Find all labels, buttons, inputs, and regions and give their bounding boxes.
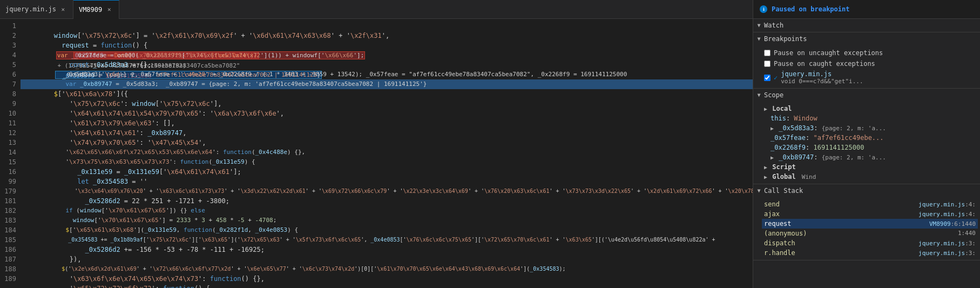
line-numbers: 1 2 3 4 5 6 7 8 9 10 11 12 13 14 15 16 9… xyxy=(0,19,21,288)
scope-5d83a3[interactable]: ▶ _0x5d83a3: {page: 2, m: 'a... xyxy=(771,123,976,133)
callstack-request[interactable]: request VM8909:6:1440 xyxy=(762,219,978,229)
jquery-bp-filename: jquery.min.js xyxy=(781,70,863,78)
paused-status: Paused on breakpoint xyxy=(772,5,850,13)
debugger-content[interactable]: ▶ Watch ▶ Breakpoints Pause on uncaught … xyxy=(753,19,980,288)
watch-header[interactable]: ▶ Watch xyxy=(753,19,980,32)
script-label: Script xyxy=(772,163,795,171)
watch-arrow: ▶ xyxy=(756,24,762,27)
local-scope-items: this: Window ▶ _0x5d83a3: {page: 2, m: '… xyxy=(764,113,976,162)
local-label: Local xyxy=(772,105,792,112)
tab-bar: jquery.min.js ✕ VM8909 ✕ xyxy=(0,0,753,19)
code-area[interactable]: 1 2 3 4 5 6 7 8 9 10 11 12 13 14 15 16 9… xyxy=(0,19,753,288)
scope-label: Scope xyxy=(764,91,783,99)
global-arrow: ▶ xyxy=(764,174,767,180)
tab-vm8909[interactable]: VM8909 ✕ xyxy=(73,0,119,19)
pause-uncaught-row[interactable]: Pause on uncaught exceptions xyxy=(764,48,976,58)
breakpoints-section: ▶ Breakpoints Pause on uncaught exceptio… xyxy=(753,32,980,89)
pause-caught-label: Pause on caught exceptions xyxy=(774,60,875,68)
scope-arrow: ▶ xyxy=(756,93,762,97)
scope-section: ▶ Scope ▶ Local this: Window ▶ _0x5d83a3… xyxy=(753,89,980,184)
global-label: Global xyxy=(772,173,795,180)
pause-caught-row[interactable]: Pause on caught exceptions xyxy=(764,58,976,69)
local-scope-header[interactable]: ▶ Local xyxy=(764,104,976,113)
callstack-label: Call Stack xyxy=(764,187,803,195)
local-arrow: ▶ xyxy=(764,106,767,112)
callstack-header[interactable]: ▶ Call Stack xyxy=(753,184,980,197)
code-line-1[interactable]: window['\x75\x72\x6c'] = '\x2f\x61\x70\x… xyxy=(21,21,753,31)
watch-label: Watch xyxy=(764,22,783,29)
scope-2268f9: _0x2268f9: 1691141125000 xyxy=(771,143,976,152)
jquery-breakpoint-info: jquery.min.js void 0===c?d&&"get"i... xyxy=(781,70,863,85)
scope-b89747-arrow: ▶ xyxy=(771,155,774,160)
pause-uncaught-label: Pause on uncaught exceptions xyxy=(774,49,883,57)
pause-icon: ℹ xyxy=(760,5,767,13)
scope-b89747[interactable]: ▶ _0xb89747: {page: 2, m: 'a... xyxy=(771,152,976,162)
global-scope-header[interactable]: ▶ Global Wind xyxy=(764,172,976,182)
code-line-7[interactable]: '\x75\x72\x6c': window['\x75\x72\x6c'], xyxy=(21,89,753,99)
scope-content: ▶ Local this: Window ▶ _0x5d83a3: {page:… xyxy=(753,102,980,184)
tab-jquery-label: jquery.min.js xyxy=(5,5,56,13)
jquery-breakpoint-file: ✓ xyxy=(774,74,778,82)
tab-jquery[interactable]: jquery.min.js ✕ xyxy=(0,0,73,19)
editor-panel: jquery.min.js ✕ VM8909 ✕ 1 2 3 4 5 6 7 8… xyxy=(0,0,753,288)
pause-uncaught-checkbox[interactable] xyxy=(764,50,771,56)
callstack-section: ▶ Call Stack send jquery.min.js:4: ajax … xyxy=(753,184,980,260)
tab-vm8909-close[interactable]: ✕ xyxy=(105,5,113,14)
scope-57feae: _0x57feae: "af7ef61cc49ebe... xyxy=(771,133,976,143)
tab-vm8909-label: VM8909 xyxy=(79,6,102,14)
pause-caught-checkbox[interactable] xyxy=(764,61,771,67)
scope-header[interactable]: ▶ Scope xyxy=(753,89,980,102)
callstack-content: send jquery.min.js:4: ajax jquery.min.js… xyxy=(753,197,980,260)
jquery-breakpoint-checkbox[interactable] xyxy=(764,75,771,81)
script-arrow: ▶ xyxy=(764,164,767,170)
callstack-anonymous[interactable]: (anonymous) 1:440 xyxy=(764,229,976,238)
code-line-186[interactable]: $('\x2e\x6d\x2d\x61\x69' + '\x72\x66\x6c… xyxy=(21,254,753,264)
scope-5d83a3-arrow: ▶ xyxy=(771,125,774,131)
callstack-arrow: ▶ xyxy=(756,189,762,192)
watch-section: ▶ Watch xyxy=(753,19,980,32)
debugger-panel: ℹ Paused on breakpoint ▶ Watch ▶ Breakpo… xyxy=(753,0,980,288)
scope-this: this: Window xyxy=(771,113,976,123)
jquery-bp-condition: void 0===c?d&&"get"i... xyxy=(781,78,863,85)
callstack-rhandle[interactable]: r.handle jquery.min.js:3: xyxy=(764,248,976,258)
tab-jquery-close[interactable]: ✕ xyxy=(59,5,67,14)
breakpoints-header[interactable]: ▶ Breakpoints xyxy=(753,32,980,45)
breakpoints-content: Pause on uncaught exceptions Pause on ca… xyxy=(753,45,980,88)
callstack-dispatch[interactable]: dispatch jquery.min.js:3: xyxy=(764,238,976,248)
callstack-ajax[interactable]: ajax jquery.min.js:4: xyxy=(764,209,976,219)
breakpoints-label: Breakpoints xyxy=(764,35,807,43)
breakpoints-arrow: ▶ xyxy=(756,37,762,41)
script-scope-header[interactable]: ▶ Script xyxy=(764,162,976,172)
debugger-header: ℹ Paused on breakpoint xyxy=(753,0,980,19)
jquery-breakpoint[interactable]: ✓ jquery.min.js void 0===c?d&&"get"i... xyxy=(764,69,976,86)
code-lines: window['\x75\x72\x6c'] = '\x2f\x61\x70\x… xyxy=(21,19,753,288)
callstack-send[interactable]: send jquery.min.js:4: xyxy=(764,199,976,209)
